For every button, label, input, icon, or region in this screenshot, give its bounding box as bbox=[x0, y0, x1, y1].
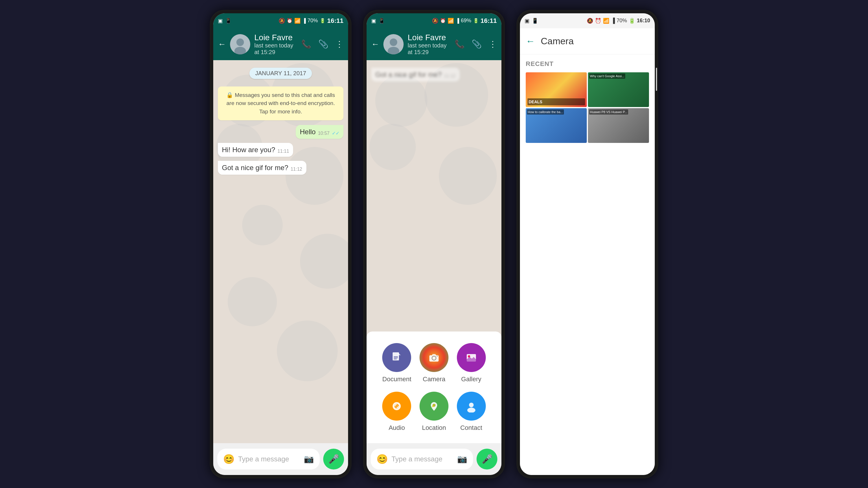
msg-ticks-hello: ✓✓ bbox=[332, 130, 339, 136]
attach-icon-2[interactable]: 📎 bbox=[472, 39, 482, 49]
svg-point-4 bbox=[390, 38, 397, 46]
status-time-1: 16:11 bbox=[327, 17, 343, 25]
recent-thumb-4[interactable]: Huawei P8 VS Huawei P... bbox=[588, 108, 649, 143]
message-sent-hello: Hello 10:57 ✓✓ bbox=[296, 125, 343, 139]
blurred-msg-text: Got a nice gif for me? bbox=[375, 71, 441, 79]
attachment-row-1: Document Camera bbox=[378, 343, 490, 383]
msg-text-recv-2: Got a nice gif for me? bbox=[222, 164, 288, 172]
phone-1-screen: ▣ 📱 🔕 ⏰ 📶 ▐ 70% 🔋 16:11 ← bbox=[213, 13, 348, 475]
attach-document[interactable]: Document bbox=[382, 343, 411, 383]
camera-back-button[interactable]: ← bbox=[526, 36, 535, 46]
camera-content: RECENT DEALS Why can't Google Assi... bbox=[520, 54, 655, 475]
recent-thumb-2[interactable]: Why can't Google Assi... bbox=[588, 72, 649, 107]
phone-3: ▣ 📱 🔕 ⏰ 📶 ▐ 70% 🔋 16:10 ← Camera RE bbox=[517, 10, 658, 479]
more-icon-1[interactable]: ⋮ bbox=[335, 39, 343, 49]
gallery-icon-circle bbox=[457, 343, 486, 372]
contact-name-1: Loie Favre bbox=[254, 33, 297, 42]
battery-icon-2: 🔋 bbox=[473, 18, 479, 24]
status-bar-1: ▣ 📱 🔕 ⏰ 📶 ▐ 70% 🔋 16:11 bbox=[213, 13, 348, 28]
camera-status-right: 🔕 ⏰ 📶 ▐ 70% 🔋 16:10 bbox=[587, 18, 650, 24]
mute-icon: 🔕 bbox=[279, 18, 285, 24]
phone-outline-icon: 📱 bbox=[225, 18, 231, 24]
message-input-1[interactable]: 😊 Type a message 📷 bbox=[217, 449, 320, 469]
msg-text-recv-1: Hi! How are you? bbox=[222, 146, 275, 154]
msg-time-hello: 10:57 bbox=[318, 131, 330, 136]
battery-pct-3: 70% bbox=[617, 18, 627, 24]
blurred-msg-time: 11:12 bbox=[444, 73, 456, 79]
mic-button-1[interactable]: 🎤 bbox=[323, 449, 344, 469]
svg-rect-8 bbox=[394, 358, 398, 358]
attachment-menu: Document Camera bbox=[367, 331, 501, 443]
contact-info-1[interactable]: Loie Favre last seen today at 15:29 bbox=[254, 33, 297, 56]
header-icons-1: 📞 📎 ⋮ bbox=[301, 39, 343, 49]
call-icon-1[interactable]: 📞 bbox=[301, 39, 311, 49]
attach-gallery[interactable]: Gallery bbox=[457, 343, 486, 383]
svg-point-20 bbox=[467, 408, 475, 413]
battery-percent: 70% bbox=[308, 18, 318, 24]
alarm-icon: ⏰ bbox=[287, 18, 292, 24]
wa-header-2: ← Loie Favre last seen today at 15:29 📞 … bbox=[367, 28, 501, 60]
call-icon-2[interactable]: 📞 bbox=[455, 39, 465, 49]
more-icon-2[interactable]: ⋮ bbox=[489, 39, 497, 49]
phone-outline-icon-2: 📱 bbox=[378, 18, 385, 24]
document-icon-circle bbox=[382, 343, 411, 372]
wa-header-1: ← Loie Favre last seen today at 15:29 📞 … bbox=[213, 28, 348, 60]
attach-icon-1[interactable]: 📎 bbox=[318, 39, 329, 49]
camera-app-title: Camera bbox=[541, 36, 574, 46]
back-button-1[interactable]: ← bbox=[218, 40, 226, 49]
input-placeholder-2: Type a message bbox=[392, 455, 454, 463]
message-recv-1: Hi! How are you? 11:11 bbox=[218, 143, 293, 157]
avatar-2[interactable] bbox=[383, 34, 404, 54]
location-icon-circle bbox=[420, 392, 448, 421]
status-bar-right-2: 🔕 ⏰ 📶 ▐ 69% 🔋 16:11 bbox=[432, 17, 497, 25]
phone-2-screen: ▣ 📱 🔕 ⏰ 📶 ▐ 69% 🔋 16:11 ← bbox=[367, 13, 501, 475]
msg-time-recv-2: 11:12 bbox=[290, 167, 302, 172]
avatar-1[interactable] bbox=[230, 34, 250, 54]
location-label: Location bbox=[422, 424, 446, 432]
camera-icon-2[interactable]: 📷 bbox=[457, 454, 467, 464]
input-placeholder-1: Type a message bbox=[238, 455, 300, 463]
chat-messages-1: JANUARY 11, 2017 🔒 Messages you send to … bbox=[218, 65, 343, 177]
message-input-2[interactable]: 😊 Type a message 📷 bbox=[371, 449, 473, 469]
header-icons-2: 📞 📎 ⋮ bbox=[455, 39, 497, 49]
time-3: 16:10 bbox=[637, 18, 650, 24]
recent-images-grid: DEALS Why can't Google Assi... How to ca… bbox=[526, 72, 649, 143]
document-label: Document bbox=[382, 376, 411, 383]
mic-button-2[interactable]: 🎤 bbox=[476, 449, 497, 469]
status-bar-left-1: ▣ 📱 bbox=[218, 18, 231, 24]
blurred-msg-2: Got a nice gif for me? 11:12 bbox=[371, 68, 460, 82]
attach-camera[interactable]: Camera bbox=[420, 343, 448, 383]
camera-label: Camera bbox=[423, 376, 445, 383]
audio-icon-circle bbox=[382, 392, 411, 421]
date-badge-1: JANUARY 11, 2017 bbox=[249, 68, 312, 79]
signal-icon-2: ▐ bbox=[456, 18, 459, 24]
attach-location[interactable]: Location bbox=[420, 392, 448, 432]
svg-rect-9 bbox=[394, 359, 397, 359]
contact-info-2[interactable]: Loie Favre last seen today at 15:29 bbox=[408, 33, 451, 56]
recent-thumb-1[interactable]: DEALS bbox=[526, 72, 587, 107]
encryption-notice-1[interactable]: 🔒 Messages you send to this chat and cal… bbox=[218, 87, 343, 121]
recent-thumb-3[interactable]: How to calibrate the ba... bbox=[526, 108, 587, 143]
phone-2: ▣ 📱 🔕 ⏰ 📶 ▐ 69% 🔋 16:11 ← bbox=[363, 10, 505, 479]
wifi-icon-3: 📶 bbox=[603, 18, 609, 24]
lock-icon: 🔒 bbox=[226, 92, 233, 98]
contact-icon-circle bbox=[457, 392, 486, 421]
mic-icon-1: 🎤 bbox=[329, 454, 339, 464]
screen-icon-3: ▣ bbox=[525, 18, 529, 24]
alarm-icon-3: ⏰ bbox=[595, 18, 601, 24]
camera-icon-circle bbox=[420, 343, 448, 372]
emoji-icon-2[interactable]: 😊 bbox=[376, 454, 388, 464]
last-seen-2: last seen today at 15:29 bbox=[408, 42, 451, 56]
attach-contact[interactable]: Contact bbox=[457, 392, 486, 432]
signal-icon: ▐ bbox=[302, 18, 306, 24]
camera-icon-1[interactable]: 📷 bbox=[304, 454, 314, 464]
attach-audio[interactable]: Audio bbox=[382, 392, 411, 432]
svg-point-19 bbox=[469, 403, 474, 407]
camera-status-bar: ▣ 📱 🔕 ⏰ 📶 ▐ 70% 🔋 16:10 bbox=[520, 13, 655, 28]
battery-icon-3: 🔋 bbox=[629, 18, 635, 24]
back-button-2[interactable]: ← bbox=[371, 40, 379, 49]
emoji-icon-1[interactable]: 😊 bbox=[223, 454, 235, 464]
phone-3-screen: ▣ 📱 🔕 ⏰ 📶 ▐ 70% 🔋 16:10 ← Camera RE bbox=[520, 13, 655, 475]
status-bar-left-2: ▣ 📱 bbox=[371, 18, 385, 24]
encryption-text: Messages you send to this chat and calls… bbox=[226, 92, 335, 115]
